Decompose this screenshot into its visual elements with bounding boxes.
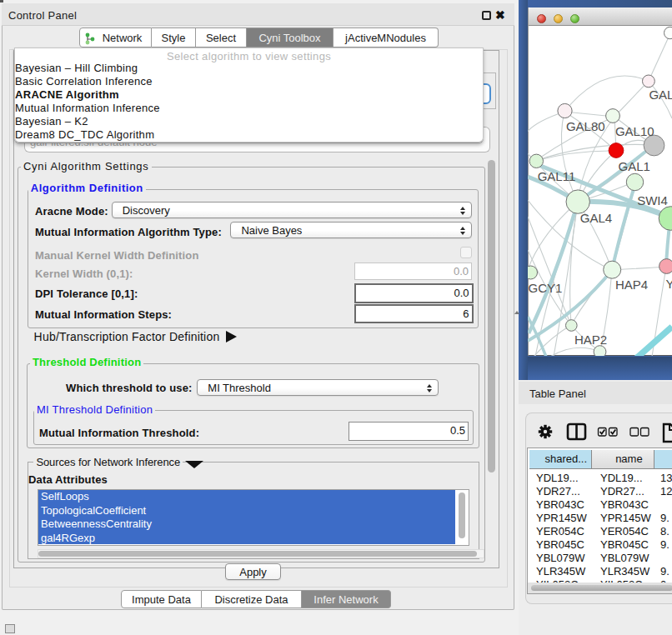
svg-text:GAL4: GAL4 xyxy=(580,211,612,225)
svg-text:HAP4: HAP4 xyxy=(615,278,648,292)
svg-text:Y: Y xyxy=(665,277,672,291)
svg-text:GAL80: GAL80 xyxy=(566,119,605,133)
svg-text:GAL11: GAL11 xyxy=(538,169,576,183)
svg-text:GAL1: GAL1 xyxy=(619,159,650,173)
svg-text:HAP2: HAP2 xyxy=(574,332,607,347)
svg-text:GAL: GAL xyxy=(649,88,672,102)
svg-text:SWI4: SWI4 xyxy=(637,193,668,208)
svg-text:GCY1: GCY1 xyxy=(529,281,563,295)
svg-text:GAL10: GAL10 xyxy=(615,124,654,138)
